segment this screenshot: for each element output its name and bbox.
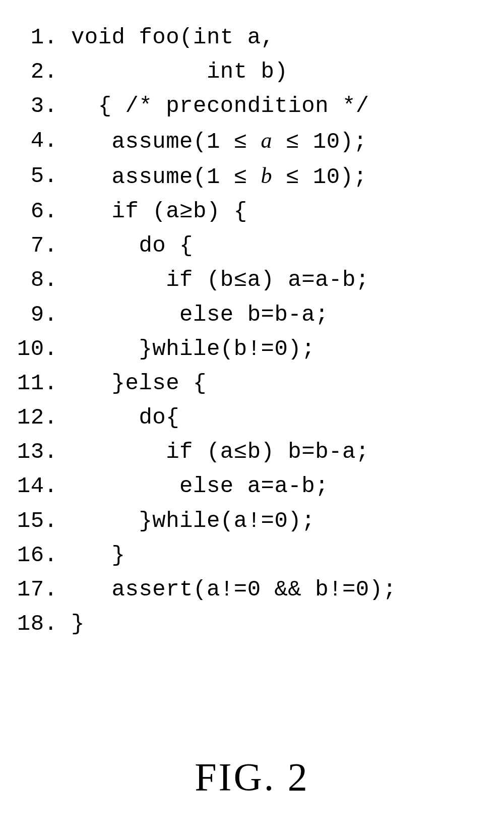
code-line: 11. }else { [15,366,489,400]
line-text: }else { [71,366,207,400]
code-text: } [71,543,125,568]
code-line: 1.void foo(int a, [15,20,489,54]
code-text: assume(1 ≤ [71,164,261,190]
line-text: do{ [71,400,179,435]
code-text: }while(b!=0); [71,336,315,362]
code-line: 10. }while(b!=0); [15,332,489,366]
code-text: ≤ 10); [272,164,367,190]
line-text: void foo(int a, [71,20,275,54]
code-line: 18.} [15,607,489,641]
line-text: }while(a!=0); [71,504,315,538]
caption-area: FIG. 2 [15,747,489,808]
line-number: 11. [15,366,57,400]
line-text: } [71,607,85,641]
line-number: 9. [15,297,57,332]
line-text: } [71,538,125,572]
line-number: 14. [15,469,57,503]
code-text: { /* precondition */ [71,93,369,118]
code-text: }else { [71,371,207,396]
code-line: 4. assume(1 ≤ a ≤ 10); [15,124,489,159]
code-text: do{ [71,405,179,430]
code-line: 2. int b) [15,54,489,89]
line-number: 8. [15,263,57,297]
line-text: }while(b!=0); [71,332,315,366]
code-line: 7. do { [15,228,489,263]
line-number: 4. [15,124,57,159]
code-text: assert(a!=0 && b!=0); [71,577,397,602]
code-text: do { [71,233,193,258]
line-number: 3. [15,89,57,123]
code-line: 17. assert(a!=0 && b!=0); [15,572,489,607]
line-text: if (b≤a) a=a-b; [71,263,369,297]
line-text: assume(1 ≤ a ≤ 10); [71,124,367,159]
line-text: do { [71,228,193,263]
code-listing: 1.void foo(int a,2. int b)3. { /* precon… [15,20,489,641]
code-text: ≤ 10); [272,129,367,154]
figure-caption: FIG. 2 [195,755,309,799]
code-line: 8. if (b≤a) a=a-b; [15,263,489,297]
line-text: { /* precondition */ [71,89,369,123]
math-italic: b [261,163,273,188]
line-number: 18. [15,607,57,641]
code-line: 16. } [15,538,489,572]
code-line: 5. assume(1 ≤ b ≤ 10); [15,159,489,194]
math-italic: a [261,128,273,153]
code-line: 13. if (a≤b) b=b-a; [15,435,489,469]
line-text: if (a≥b) { [71,194,247,228]
line-number: 13. [15,435,57,469]
code-line: 9. else b=b-a; [15,297,489,332]
code-line: 3. { /* precondition */ [15,89,489,123]
line-number: 5. [15,159,57,194]
line-text: if (a≤b) b=b-a; [71,435,369,469]
code-text: void foo(int a, [71,25,275,50]
code-line: 15. }while(a!=0); [15,504,489,538]
code-line: 14. else a=a-b; [15,469,489,503]
code-text: if (a≥b) { [71,199,247,224]
line-number: 12. [15,400,57,435]
line-number: 6. [15,194,57,228]
line-number: 2. [15,54,57,89]
line-text: assert(a!=0 && b!=0); [71,572,397,607]
code-text: else a=a-b; [71,473,329,499]
code-text: assume(1 ≤ [71,129,261,154]
figure-page: 1.void foo(int a,2. int b)3. { /* precon… [0,0,504,808]
code-line: 12. do{ [15,400,489,435]
code-text: if (a≤b) b=b-a; [71,439,369,464]
line-number: 17. [15,572,57,607]
line-number: 10. [15,332,57,366]
line-text: else b=b-a; [71,297,329,332]
line-text: assume(1 ≤ b ≤ 10); [71,159,367,194]
line-number: 7. [15,228,57,263]
line-number: 16. [15,538,57,572]
line-text: else a=a-b; [71,469,329,503]
code-line: 6. if (a≥b) { [15,194,489,228]
line-number: 1. [15,20,57,54]
code-text: int b) [71,59,288,84]
line-text: int b) [71,54,288,89]
code-text: }while(a!=0); [71,508,315,533]
code-text: } [71,611,85,636]
code-text: if (b≤a) a=a-b; [71,267,369,292]
line-number: 15. [15,504,57,538]
code-text: else b=b-a; [71,302,329,327]
